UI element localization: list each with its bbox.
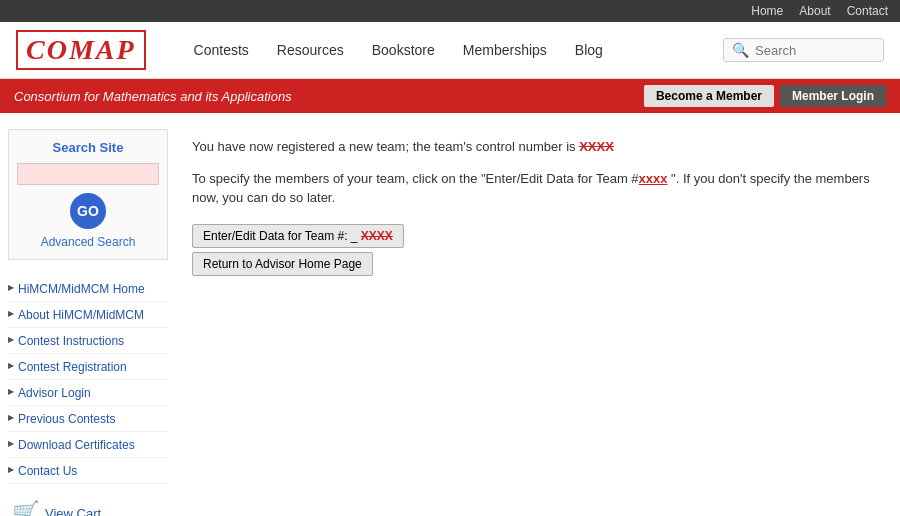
top-nav-about[interactable]: About	[799, 4, 830, 18]
nav-contests[interactable]: Contests	[194, 42, 249, 58]
sidebar-link-about-himcm[interactable]: About HiMCM/MidMCM	[18, 308, 144, 322]
sidebar: Search Site GO Advanced Search HiMCM/Mid…	[8, 129, 168, 516]
sidebar-link-previous-contests[interactable]: Previous Contests	[18, 412, 115, 426]
specify-prefix: To specify the members of your team, cli…	[192, 171, 639, 186]
sidebar-nav: HiMCM/MidMCM Home About HiMCM/MidMCM Con…	[8, 276, 168, 484]
top-nav-home[interactable]: Home	[751, 4, 783, 18]
sidebar-item-about-himcm: About HiMCM/MidMCM	[8, 302, 168, 328]
sidebar-item-contest-instructions: Contest Instructions	[8, 328, 168, 354]
sidebar-item-previous-contests: Previous Contests	[8, 406, 168, 432]
become-member-button[interactable]: Become a Member	[644, 85, 774, 107]
sidebar-item-download-certificates: Download Certificates	[8, 432, 168, 458]
sidebar-item-contest-registration: Contest Registration	[8, 354, 168, 380]
search-icon: 🔍	[732, 42, 749, 58]
advanced-search-link[interactable]: Advanced Search	[17, 235, 159, 249]
nav-bookstore[interactable]: Bookstore	[372, 42, 435, 58]
nav-memberships[interactable]: Memberships	[463, 42, 547, 58]
view-cart-link[interactable]: View Cart	[45, 506, 101, 517]
sidebar-item-himcm-home: HiMCM/MidMCM Home	[8, 276, 168, 302]
action-buttons: Enter/Edit Data for Team #: _ XXXX Retur…	[192, 224, 880, 276]
enter-edit-xxxx: XXXX	[361, 229, 393, 243]
main-content: You have now registered a new team; the …	[180, 129, 892, 516]
enter-edit-team-button[interactable]: Enter/Edit Data for Team #: _ XXXX	[192, 224, 404, 248]
logo: COMAP	[16, 30, 146, 70]
return-advisor-button[interactable]: Return to Advisor Home Page	[192, 252, 373, 276]
nav-links: Contests Resources Bookstore Memberships…	[194, 42, 691, 58]
main-nav: COMAP Contests Resources Bookstore Membe…	[0, 22, 900, 79]
cart-area: 🛒 View Cart	[8, 500, 168, 516]
red-bar-buttons: Become a Member Member Login	[644, 85, 886, 107]
sidebar-link-contest-instructions[interactable]: Contest Instructions	[18, 334, 124, 348]
enter-edit-prefix: Enter/Edit Data for Team #: _	[203, 229, 361, 243]
sidebar-link-advisor-login[interactable]: Advisor Login	[18, 386, 91, 400]
top-nav-contact[interactable]: Contact	[847, 4, 888, 18]
sidebar-link-contact-us[interactable]: Contact Us	[18, 464, 77, 478]
reg-prefix: You have now registered a new team; the …	[192, 139, 579, 154]
search-input[interactable]	[755, 43, 875, 58]
nav-resources[interactable]: Resources	[277, 42, 344, 58]
specify-xxxx: xxxx	[639, 171, 668, 186]
consortium-title: Consortium for Mathematics and its Appli…	[14, 89, 292, 104]
member-login-button[interactable]: Member Login	[780, 85, 886, 107]
sidebar-item-advisor-login: Advisor Login	[8, 380, 168, 406]
search-site-box: Search Site GO Advanced Search	[8, 129, 168, 260]
content-wrapper: Search Site GO Advanced Search HiMCM/Mid…	[0, 113, 900, 516]
sidebar-link-contest-registration[interactable]: Contest Registration	[18, 360, 127, 374]
logo-area: COMAP	[16, 30, 146, 70]
go-button[interactable]: GO	[70, 193, 106, 229]
sidebar-item-contact-us: Contact Us	[8, 458, 168, 484]
nav-blog[interactable]: Blog	[575, 42, 603, 58]
sidebar-link-himcm-home[interactable]: HiMCM/MidMCM Home	[18, 282, 145, 296]
search-box: 🔍	[723, 38, 884, 62]
red-bar: Consortium for Mathematics and its Appli…	[0, 79, 900, 113]
search-site-input[interactable]	[17, 163, 159, 185]
registration-message: You have now registered a new team; the …	[192, 137, 880, 157]
control-number: XXXX	[579, 139, 614, 154]
sidebar-link-download-certificates[interactable]: Download Certificates	[18, 438, 135, 452]
search-site-title: Search Site	[17, 140, 159, 155]
specify-message: To specify the members of your team, cli…	[192, 169, 880, 208]
top-bar: Home About Contact	[0, 0, 900, 22]
cart-icon: 🛒	[12, 500, 39, 516]
